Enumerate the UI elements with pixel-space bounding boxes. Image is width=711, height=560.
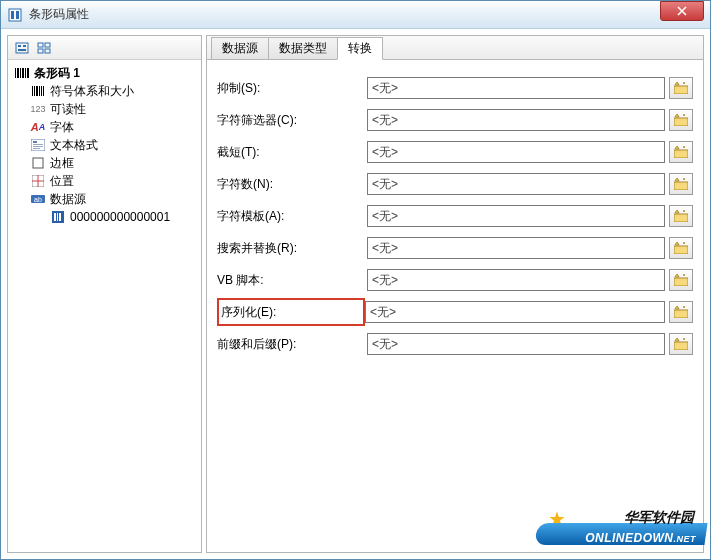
tree-root-barcode[interactable]: 条形码 1 — [10, 64, 199, 82]
label-serialize: 序列化(E): — [217, 298, 365, 326]
edit-button-vbscript[interactable] — [669, 269, 693, 291]
font-icon: AA — [30, 120, 46, 134]
svg-rect-13 — [20, 68, 21, 78]
input-prefsuf[interactable]: <无> — [367, 333, 665, 355]
wizard-icon — [674, 80, 688, 97]
left-toolbar — [8, 36, 201, 60]
row-charfilter: 字符筛选器(C): <无> — [217, 104, 693, 136]
row-charcount: 字符数(N): <无> — [217, 168, 693, 200]
tab-label: 数据源 — [222, 40, 258, 57]
input-truncate[interactable]: <无> — [367, 141, 665, 163]
wizard-icon — [674, 176, 688, 193]
label-charcount: 字符数(N): — [217, 176, 367, 193]
input-searchrep[interactable]: <无> — [367, 237, 665, 259]
edit-button-serialize[interactable] — [669, 301, 693, 323]
tree-item-position[interactable]: 位置 — [10, 172, 199, 190]
wizard-icon — [674, 304, 688, 321]
svg-rect-10 — [45, 49, 50, 53]
app-icon — [7, 7, 23, 23]
svg-rect-52 — [674, 310, 688, 318]
tab-label: 转换 — [348, 40, 372, 57]
row-vbscript: VB 脚本: <无> — [217, 264, 693, 296]
svg-rect-44 — [674, 182, 688, 190]
window-root: 条形码属性 条形码 1 — [0, 0, 711, 560]
input-chartpl[interactable]: <无> — [367, 205, 665, 227]
input-suppress[interactable]: <无> — [367, 77, 665, 99]
svg-rect-22 — [43, 86, 44, 96]
edit-button-suppress[interactable] — [669, 77, 693, 99]
svg-rect-17 — [32, 86, 33, 96]
tab-datatype[interactable]: 数据类型 — [268, 37, 338, 59]
tree-item-datasource-value[interactable]: 000000000000001 — [10, 208, 199, 226]
svg-point-43 — [683, 146, 685, 148]
label-charfilter: 字符筛选器(C): — [217, 112, 367, 129]
label-chartpl: 字符模板(A): — [217, 208, 367, 225]
svg-rect-3 — [16, 43, 28, 53]
label-searchrep: 搜索并替换(R): — [217, 240, 367, 257]
svg-rect-8 — [45, 43, 50, 47]
tree-item-readability[interactable]: 123 可读性 — [10, 100, 199, 118]
edit-button-chartpl[interactable] — [669, 205, 693, 227]
input-value: <无> — [372, 144, 398, 161]
svg-rect-5 — [23, 45, 26, 47]
svg-rect-26 — [33, 146, 43, 147]
edit-button-charcount[interactable] — [669, 173, 693, 195]
tree-item-textformat[interactable]: 文本格式 — [10, 136, 199, 154]
label-truncate: 截短(T): — [217, 144, 367, 161]
label-suppress: 抑制(S): — [217, 80, 367, 97]
wizard-icon — [674, 272, 688, 289]
edit-button-truncate[interactable] — [669, 141, 693, 163]
wizard-icon — [674, 336, 688, 353]
svg-rect-36 — [57, 213, 58, 221]
data-value-icon — [50, 210, 66, 224]
svg-rect-16 — [27, 68, 29, 78]
svg-rect-21 — [41, 86, 42, 96]
input-vbscript[interactable]: <无> — [367, 269, 665, 291]
tree-item-symbol[interactable]: 符号体系和大小 — [10, 82, 199, 100]
input-value: <无> — [370, 304, 396, 321]
row-serialize: 序列化(E): <无> — [217, 296, 693, 328]
input-value: <无> — [372, 208, 398, 225]
tab-transform[interactable]: 转换 — [337, 37, 383, 60]
row-chartpl: 字符模板(A): <无> — [217, 200, 693, 232]
tab-bar: 数据源 数据类型 转换 — [207, 36, 703, 60]
svg-rect-28 — [33, 158, 43, 168]
svg-rect-24 — [33, 141, 37, 143]
svg-rect-7 — [38, 43, 43, 47]
svg-rect-2 — [16, 11, 19, 19]
svg-rect-35 — [54, 213, 56, 221]
input-charcount[interactable]: <无> — [367, 173, 665, 195]
input-serialize[interactable]: <无> — [365, 301, 665, 323]
input-value: <无> — [372, 112, 398, 129]
input-charfilter[interactable]: <无> — [367, 109, 665, 131]
toolbar-btn-1[interactable] — [12, 39, 32, 57]
svg-rect-50 — [674, 278, 688, 286]
tree-item-border[interactable]: 边框 — [10, 154, 199, 172]
svg-point-55 — [683, 338, 685, 340]
datasource-icon: ab — [30, 192, 46, 206]
edit-button-charfilter[interactable] — [669, 109, 693, 131]
svg-point-51 — [683, 274, 685, 276]
svg-text:ab: ab — [34, 196, 42, 203]
label-vbscript: VB 脚本: — [217, 272, 367, 289]
svg-rect-37 — [59, 213, 61, 221]
edit-button-prefsuf[interactable] — [669, 333, 693, 355]
wizard-icon — [674, 240, 688, 257]
toolbar-btn-2[interactable] — [34, 39, 54, 57]
label-text: 序列化(E): — [221, 304, 276, 321]
tree-item-datasource[interactable]: ab 数据源 — [10, 190, 199, 208]
tree-label: 文本格式 — [50, 137, 98, 154]
svg-point-53 — [683, 306, 685, 308]
left-panel: 条形码 1 符号体系和大小 123 可读性 AA 字体 — [7, 35, 202, 553]
tree-item-font[interactable]: AA 字体 — [10, 118, 199, 136]
edit-button-searchrep[interactable] — [669, 237, 693, 259]
input-value: <无> — [372, 336, 398, 353]
tab-datasource[interactable]: 数据源 — [211, 37, 269, 59]
barcode-icon — [14, 66, 30, 80]
svg-rect-25 — [33, 144, 43, 145]
input-value: <无> — [372, 176, 398, 193]
close-button[interactable] — [660, 1, 704, 21]
tree-label: 边框 — [50, 155, 74, 172]
svg-rect-1 — [11, 11, 14, 19]
svg-rect-20 — [39, 86, 40, 96]
